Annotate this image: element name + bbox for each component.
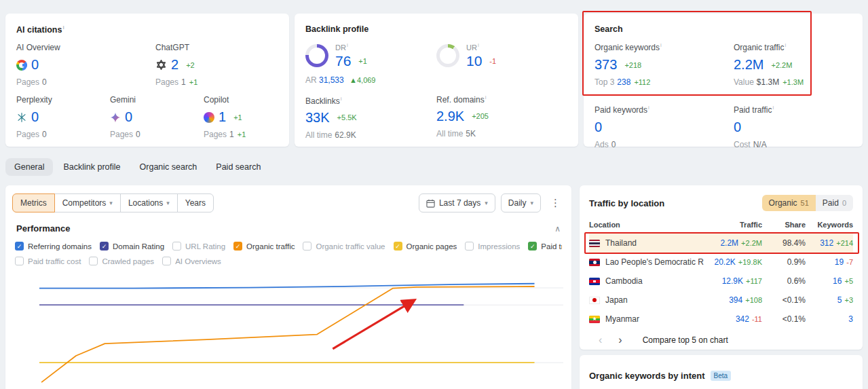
- compare-top5-link[interactable]: Compare top 5 on chart: [643, 335, 728, 345]
- ai-item-perplexity: Perplexity 0 Pages0: [16, 95, 110, 139]
- alltime-label: All time: [305, 130, 332, 140]
- more-options-button[interactable]: ⋮: [546, 196, 565, 210]
- keywords-value[interactable]: 16: [833, 276, 842, 286]
- organic-count-badge: 51: [801, 199, 809, 207]
- tab-paid-search[interactable]: Paid search: [207, 158, 269, 176]
- share-value: 0.9%: [762, 257, 806, 267]
- metrics-button[interactable]: Metrics: [12, 193, 55, 212]
- legend-item-paid-traffic[interactable]: ✓Paid traffic: [528, 242, 562, 251]
- legend-item-url-rating[interactable]: URL Rating: [172, 242, 225, 251]
- legend-item-paid-traffic-cost[interactable]: Paid traffic cost: [15, 257, 81, 265]
- legend-label: Organic traffic: [246, 242, 295, 251]
- column-header-location[interactable]: Location: [589, 221, 704, 229]
- ai-item-value: 0: [31, 109, 39, 125]
- location-table: Location Traffic Share Keywords Thailand…: [589, 218, 853, 329]
- ai-item-chatgpt: ChatGPT 2 +2 Pages1+1: [155, 43, 197, 87]
- toggle-organic[interactable]: Organic51: [762, 195, 816, 211]
- checkbox[interactable]: ✓: [528, 242, 537, 251]
- legend-label: Referring domains: [28, 242, 92, 251]
- keywords-value[interactable]: 5: [837, 295, 842, 305]
- checkbox[interactable]: [89, 257, 98, 265]
- tab-general[interactable]: General: [5, 158, 53, 176]
- collapse-section-button[interactable]: ∧: [554, 224, 561, 234]
- info-icon: i: [478, 42, 479, 48]
- sub-value: 238: [617, 77, 630, 87]
- column-header-keywords[interactable]: Keywords: [806, 221, 853, 229]
- pages-value: 0: [42, 130, 47, 139]
- backlink-profile-title: Backlink profile: [305, 24, 567, 34]
- location-row-lao-people-s-democratic-reput[interactable]: Lao People's Democratic Reput20.2K+19.8K…: [589, 253, 853, 272]
- legend-label: URL Rating: [185, 242, 225, 251]
- checkbox[interactable]: ✓: [233, 242, 242, 251]
- ref-domains-change: +205: [472, 112, 489, 120]
- competitors-button[interactable]: Competitors▾: [54, 193, 121, 212]
- next-page-button[interactable]: ›: [610, 335, 630, 346]
- location-row-thailand[interactable]: Thailand2.2M+2.2M98.4%312+214: [589, 234, 853, 253]
- toggle-paid[interactable]: Paid0: [816, 195, 853, 211]
- sub-change: +1.3M: [782, 78, 804, 86]
- legend-item-organic-traffic-value[interactable]: Organic traffic value: [303, 242, 385, 251]
- pages-label: Pages: [155, 77, 178, 87]
- location-row-cambodia[interactable]: Cambodia12.9K+1170.6%16+5: [589, 272, 853, 291]
- share-value: <0.1%: [762, 295, 806, 305]
- checkbox[interactable]: [162, 257, 171, 265]
- location-row-myanmar[interactable]: Myanmar342-11<0.1%3: [589, 310, 853, 329]
- sub-label: Ads: [595, 140, 609, 149]
- paid-keywords-metric: Paid keywordsi 0 Ads0: [595, 105, 734, 149]
- info-icon: i: [347, 42, 348, 48]
- ur-label: URi: [466, 42, 496, 52]
- la-flag-icon: [589, 259, 600, 266]
- legend-label: Organic traffic value: [316, 242, 385, 251]
- legend-item-impressions[interactable]: Impressions: [465, 242, 520, 251]
- ref-domains-label: Ref. domainsi: [436, 94, 567, 105]
- date-range-button[interactable]: Last 7 days▾: [419, 193, 495, 212]
- checkbox[interactable]: [465, 242, 474, 251]
- locations-button[interactable]: Locations▾: [120, 193, 178, 212]
- ai-item-gemini: Gemini 0 Pages0: [110, 95, 204, 139]
- chevron-down-icon: ▾: [485, 200, 488, 206]
- mm-flag-icon: [589, 316, 600, 323]
- checkbox[interactable]: ✓: [100, 242, 109, 251]
- sub-label: Cost: [734, 140, 751, 149]
- info-icon: i: [485, 94, 487, 100]
- keywords-value[interactable]: 19: [835, 257, 844, 267]
- share-value: 98.4%: [762, 238, 806, 248]
- legend-item-organic-traffic[interactable]: ✓Organic traffic: [233, 242, 295, 251]
- pages-value: 0: [136, 130, 140, 139]
- prev-page-button[interactable]: ‹: [590, 335, 610, 346]
- search-card: Search Organic keywordsi 373+218 Top 323…: [584, 14, 863, 147]
- ai-item-label: Perplexity: [16, 95, 110, 105]
- tab-organic-search[interactable]: Organic search: [131, 158, 206, 176]
- column-header-share[interactable]: Share: [762, 221, 806, 229]
- kebab-icon: ⋮: [550, 197, 561, 208]
- backlinks-value: 33K: [305, 110, 330, 126]
- performance-chart: [39, 275, 563, 389]
- traffic-value: 2.2M: [720, 238, 738, 248]
- checkbox[interactable]: [303, 242, 312, 251]
- pages-label: Pages: [204, 130, 227, 139]
- checkbox[interactable]: [172, 242, 181, 251]
- checkbox[interactable]: [15, 257, 24, 265]
- checkbox[interactable]: ✓: [394, 242, 402, 251]
- granularity-button[interactable]: Daily▾: [501, 193, 541, 212]
- chart-mode-segmented-control: Metrics Competitors▾ Locations▾ Years: [12, 193, 214, 212]
- legend-item-crawled-pages[interactable]: Crawled pages: [89, 257, 154, 265]
- pages-label: Pages: [16, 77, 39, 87]
- organic-keywords-change: +218: [624, 61, 641, 69]
- legend-item-ai-overviews[interactable]: AI Overviews: [162, 257, 221, 265]
- tab-backlink-profile[interactable]: Backlink profile: [54, 158, 129, 176]
- years-button[interactable]: Years: [177, 193, 214, 212]
- change-badge: +117: [746, 277, 762, 285]
- checkbox[interactable]: ✓: [15, 242, 24, 251]
- keywords-value[interactable]: 312: [820, 238, 833, 248]
- legend-item-referring-domains[interactable]: ✓Referring domains: [15, 242, 92, 251]
- column-header-traffic[interactable]: Traffic: [704, 221, 762, 229]
- keywords-value[interactable]: 3: [848, 314, 853, 324]
- ref-domains-block: Ref. domainsi 2.9K+205 All time5K: [436, 94, 567, 138]
- legend-item-domain-rating[interactable]: ✓Domain Rating: [100, 242, 164, 251]
- ai-item-label: Gemini: [110, 95, 204, 105]
- search-title: Search: [595, 24, 852, 34]
- beta-badge: Beta: [711, 371, 732, 381]
- location-row-japan[interactable]: Japan394+108<0.1%5+3: [589, 291, 853, 310]
- legend-item-organic-pages[interactable]: ✓Organic pages: [394, 242, 457, 251]
